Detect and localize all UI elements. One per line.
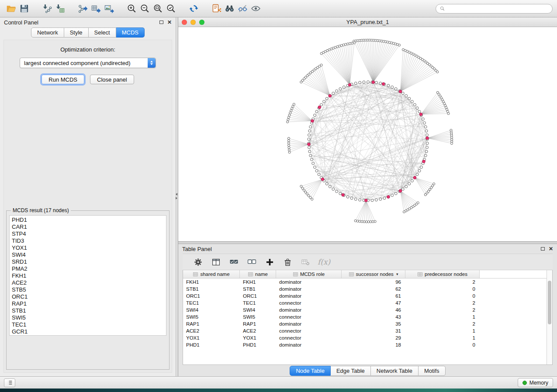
doc-share-button[interactable] [210, 2, 223, 15]
column-header-successor-nodes[interactable]: successor nodes▾ [342, 270, 405, 278]
network-window-titlebar[interactable]: YPA_prune.txt_1 [178, 17, 557, 27]
mcds-node-item[interactable]: STB1 [12, 307, 166, 314]
columns-button[interactable] [210, 256, 221, 268]
gear-button[interactable] [192, 256, 204, 268]
binoculars-button[interactable] [223, 2, 236, 15]
tab-node-table[interactable]: Node Table [290, 366, 331, 376]
mcds-node-item[interactable]: SWI5 [12, 314, 166, 321]
window-zoom-button[interactable] [199, 20, 204, 25]
table-scrollbar-thumb[interactable] [548, 281, 551, 324]
panel-splitter[interactable] [176, 17, 178, 376]
cell-name: STB1 [240, 285, 276, 292]
table-row[interactable]: ORC1ORC1dominator610 [183, 292, 547, 299]
zoom-selected-button[interactable] [164, 2, 177, 15]
column-header-shared-name[interactable]: shared name [183, 270, 240, 278]
refresh-button[interactable] [187, 2, 200, 15]
table-row[interactable]: SWI4SWI4dominator462 [183, 306, 547, 313]
hide-table-button [300, 256, 311, 268]
memory-button[interactable]: Memory [518, 378, 553, 387]
mcds-node-item[interactable]: ORC1 [12, 293, 166, 300]
glasses-slash-button[interactable] [236, 2, 249, 15]
mcds-node-item[interactable]: STP4 [12, 230, 166, 237]
float-panel-button[interactable] [159, 19, 163, 25]
mcds-node-item[interactable]: TID3 [12, 237, 166, 244]
select-all-button[interactable] [228, 256, 239, 268]
binoculars-icon [225, 3, 235, 14]
mcds-node-item[interactable]: STB5 [12, 286, 166, 293]
table-close-button[interactable]: ✕ [549, 246, 553, 252]
export-network-button[interactable] [76, 2, 89, 15]
tab-mcds[interactable]: MCDS [116, 28, 145, 38]
table-row[interactable]: PHD1PHD1dominator180 [183, 341, 547, 348]
eye-icon [251, 3, 261, 14]
cell-predecessor-nodes: 2 [405, 306, 480, 313]
zoom-in-button[interactable] [125, 2, 138, 15]
run-mcds-button[interactable]: Run MCDS [42, 75, 84, 84]
zoom-out-icon [140, 3, 150, 14]
network-canvas[interactable] [178, 27, 557, 241]
cell-predecessor-nodes: 0 [405, 292, 480, 299]
cell-successor-nodes: 46 [342, 306, 405, 313]
table-row[interactable]: TEC1TEC1connector472 [183, 299, 547, 306]
add-row-button[interactable] [264, 256, 275, 268]
tab-network[interactable]: Network [31, 28, 64, 38]
export-table-button[interactable] [89, 2, 102, 15]
column-header-predecessor-nodes[interactable]: predecessor nodes [405, 270, 480, 278]
mcds-node-item[interactable]: FKH1 [12, 272, 166, 279]
cell-successor-nodes: 35 [342, 320, 405, 327]
mcds-node-item[interactable]: RAP1 [12, 300, 166, 307]
tab-motifs[interactable]: Motifs [419, 366, 446, 376]
sort-dropdown-icon[interactable]: ▾ [396, 272, 398, 276]
open-folder-button[interactable] [4, 2, 17, 15]
criterion-select[interactable]: largest connected component (undirected) [20, 58, 156, 68]
mcds-node-item[interactable]: PMA2 [12, 265, 166, 272]
cell-name: ORC1 [240, 292, 276, 299]
header-filler [480, 270, 547, 278]
list-icon [7, 379, 13, 386]
mcds-node-item[interactable]: CAR1 [12, 224, 166, 230]
tab-select[interactable]: Select [89, 28, 116, 38]
window-close-button[interactable] [182, 20, 187, 25]
column-header-name[interactable]: name [240, 270, 276, 278]
mcds-node-item[interactable]: GCR1 [12, 328, 166, 335]
mcds-node-item[interactable]: SWI4 [12, 251, 166, 258]
mcds-result-list[interactable]: PHD1CAR1STP4TID3YOX1SWI4SRD1PMA2FKH1ACE2… [9, 215, 166, 336]
tab-edge-table[interactable]: Edge Table [331, 366, 371, 376]
mcds-node-item[interactable]: SRD1 [12, 258, 166, 265]
table-row[interactable]: YOX1YOX1connector291 [183, 334, 547, 341]
status-list-button[interactable] [4, 378, 15, 387]
splitter-collapse-icon[interactable] [176, 193, 177, 199]
import-network-icon [42, 3, 52, 14]
mcds-node-item[interactable]: PHD1 [12, 217, 166, 224]
column-header-mcds-role[interactable]: MCDS role [276, 270, 342, 278]
search-input[interactable] [446, 6, 549, 12]
table-row[interactable]: RAP1RAP1dominator352 [183, 320, 547, 327]
zoom-out-button[interactable] [138, 2, 151, 15]
import-table-button[interactable] [53, 2, 66, 15]
search-field[interactable] [436, 4, 553, 14]
table-row[interactable]: FKH1FKH1dominator962 [183, 279, 547, 285]
close-panel-action-button[interactable]: Close panel [90, 75, 134, 84]
delete-row-button[interactable] [282, 256, 293, 268]
table-row[interactable]: ACE2ACE2connector311 [183, 327, 547, 334]
mcds-node-item[interactable]: YOX1 [12, 244, 166, 251]
mcds-node-item[interactable]: ACE2 [12, 279, 166, 286]
zoom-fit-button[interactable] [151, 2, 164, 15]
mcds-node-item[interactable]: TEC1 [12, 321, 166, 328]
close-panel-button[interactable]: ✕ [167, 19, 172, 25]
save-button[interactable] [17, 2, 31, 15]
deselect-all-button[interactable] [246, 256, 257, 268]
table-row[interactable]: STB1STB1dominator620 [183, 285, 547, 292]
export-image-button[interactable] [102, 2, 115, 15]
import-network-button[interactable] [40, 2, 53, 15]
table-toolbar-icons [192, 256, 311, 268]
eye-button[interactable] [249, 2, 262, 15]
table-scrollbar[interactable] [547, 270, 552, 364]
tab-network-table[interactable]: Network Table [371, 366, 419, 376]
select-all-icon [229, 258, 239, 267]
table-float-button[interactable] [541, 246, 545, 252]
desktop-wallpaper-strip [0, 389, 557, 392]
window-minimize-button[interactable] [190, 20, 196, 25]
tab-style[interactable]: Style [64, 28, 89, 38]
table-row[interactable]: SWI5SWI5connector431 [183, 313, 547, 320]
